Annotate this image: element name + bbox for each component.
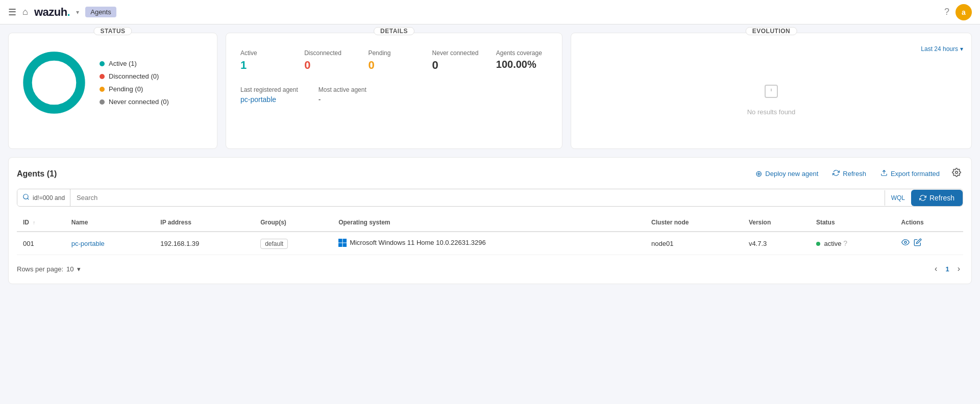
- refresh-header-label: Refresh: [843, 170, 866, 178]
- evolution-card: EVOLUTION Last 24 hours ▾ No results fou…: [571, 33, 972, 149]
- col-actions: Actions: [895, 214, 963, 232]
- search-filter-text: id!=000 and: [33, 194, 65, 201]
- svg-point-4: [23, 194, 28, 199]
- current-page: 1: [942, 264, 952, 274]
- metric-never-label: Never connected: [432, 49, 484, 57]
- svg-point-9: [904, 241, 906, 243]
- cell-ip: 192.168.1.39: [154, 232, 254, 255]
- legend-pending-label: Pending (0): [109, 85, 143, 93]
- metric-active: Active 1: [234, 45, 298, 76]
- details-card: DETAILS Active 1 Disconnected 0 Pending …: [226, 33, 562, 149]
- main-content: STATUS Active (1) Disconnected (0): [0, 24, 980, 292]
- search-input[interactable]: [70, 190, 885, 206]
- col-id[interactable]: ID ↑: [17, 214, 65, 232]
- metric-pending-label: Pending: [368, 49, 420, 57]
- status-card: STATUS Active (1) Disconnected (0): [8, 33, 217, 149]
- metric-disconnected-label: Disconnected: [304, 49, 356, 57]
- agents-title: Agents (1): [17, 169, 745, 179]
- refresh-button[interactable]: Refresh: [911, 190, 963, 206]
- settings-button[interactable]: [950, 166, 963, 182]
- table-body: 001 pc-portable 192.168.1.39 default Mic…: [17, 232, 963, 255]
- wql-label[interactable]: WQL: [885, 190, 911, 206]
- rows-per-page-value: 10: [66, 265, 74, 273]
- topnav: ☰ ⌂ wazuh. ▾ Agents ? a: [0, 0, 980, 24]
- legend-active: Active (1): [100, 60, 169, 67]
- search-filter-badge[interactable]: id!=000 and: [17, 189, 70, 206]
- rows-per-page-chevron: ▾: [77, 265, 81, 273]
- status-dot: [816, 242, 820, 246]
- metric-disconnected: Disconnected 0: [298, 45, 362, 76]
- col-ip[interactable]: IP address: [154, 214, 254, 232]
- legend-active-label: Active (1): [109, 60, 137, 67]
- col-groups[interactable]: Group(s): [254, 214, 332, 232]
- windows-icon: [338, 239, 347, 247]
- col-os[interactable]: Operating system: [332, 214, 645, 232]
- legend-never-connected-label: Never connected (0): [109, 98, 169, 106]
- svg-rect-7: [338, 243, 342, 247]
- legend-disconnected-label: Disconnected (0): [109, 72, 159, 80]
- status-text: active: [824, 240, 842, 247]
- evolution-card-title: EVOLUTION: [746, 27, 797, 35]
- most-active-value: -: [318, 95, 366, 104]
- export-label: Export formatted: [891, 170, 940, 178]
- active-dot: [100, 61, 105, 66]
- status-help-icon[interactable]: ?: [843, 239, 847, 247]
- status-card-title: STATUS: [93, 27, 132, 35]
- deploy-label: Deploy new agent: [765, 170, 818, 178]
- cell-cluster: node01: [645, 232, 743, 255]
- metric-pending: Pending 0: [362, 45, 426, 76]
- cell-name: pc-portable: [65, 232, 155, 255]
- legend-disconnected: Disconnected (0): [100, 72, 169, 80]
- col-cluster[interactable]: Cluster node: [645, 214, 743, 232]
- cell-version: v4.7.3: [743, 232, 810, 255]
- cell-id: 001: [17, 232, 65, 255]
- page-nav: ‹ 1 ›: [932, 262, 963, 275]
- prev-page-button[interactable]: ‹: [932, 262, 940, 275]
- evolution-time-range[interactable]: Last 24 hours ▾: [921, 45, 963, 53]
- metric-coverage-label: Agents coverage: [496, 49, 548, 57]
- metric-never-value: 0: [432, 59, 484, 72]
- export-formatted-button[interactable]: Export formatted: [876, 167, 944, 180]
- legend-never-connected: Never connected (0): [100, 98, 169, 106]
- next-page-button[interactable]: ›: [954, 262, 963, 275]
- agents-section: Agents (1) ⊕ Deploy new agent Refresh: [8, 157, 972, 284]
- cards-row: STATUS Active (1) Disconnected (0): [8, 33, 972, 149]
- metric-never-connected: Never connected 0: [426, 45, 490, 76]
- deploy-icon: ⊕: [755, 169, 762, 179]
- table-header: ID ↑ Name IP address Group(s) Operating …: [17, 214, 963, 232]
- agents-badge: Agents: [85, 7, 116, 17]
- col-name[interactable]: Name: [65, 214, 155, 232]
- refresh-header-button[interactable]: Refresh: [828, 167, 870, 180]
- wazuh-logo: wazuh.: [34, 6, 70, 19]
- deploy-new-agent-button[interactable]: ⊕ Deploy new agent: [751, 167, 822, 181]
- disconnected-dot: [100, 74, 105, 79]
- most-active-label: Most active agent: [318, 86, 366, 93]
- svg-point-1: [28, 56, 81, 109]
- legend-pending: Pending (0): [100, 85, 169, 93]
- status-legend: Active (1) Disconnected (0) Pending (0) …: [100, 60, 169, 106]
- status-inner: Active (1) Disconnected (0) Pending (0) …: [17, 45, 209, 120]
- help-icon[interactable]: ?: [944, 7, 949, 17]
- home-icon[interactable]: ⌂: [22, 7, 28, 17]
- svg-rect-5: [338, 239, 342, 243]
- col-version[interactable]: Version: [743, 214, 810, 232]
- evolution-header: Last 24 hours ▾: [579, 45, 963, 53]
- last-registered-value[interactable]: pc-portable: [240, 95, 298, 104]
- hamburger-icon[interactable]: ☰: [8, 7, 16, 18]
- details-bottom: Last registered agent pc-portable Most a…: [234, 86, 554, 104]
- logo-chevron-icon[interactable]: ▾: [76, 9, 79, 16]
- metric-pending-value: 0: [368, 59, 420, 72]
- svg-rect-8: [343, 243, 347, 247]
- evolution-empty-text: No results found: [747, 108, 796, 116]
- cell-status: active ?: [810, 232, 895, 255]
- filter-icon: [22, 193, 30, 202]
- rows-per-page-label: Rows per page:: [17, 265, 63, 273]
- avatar[interactable]: a: [955, 4, 972, 20]
- details-card-title: DETAILS: [374, 27, 414, 35]
- view-agent-icon[interactable]: [901, 238, 910, 248]
- svg-point-3: [955, 171, 958, 174]
- col-status[interactable]: Status: [810, 214, 895, 232]
- edit-agent-icon[interactable]: [914, 238, 922, 248]
- sort-icon: ↑: [33, 220, 35, 225]
- rows-per-page[interactable]: Rows per page: 10 ▾: [17, 265, 81, 273]
